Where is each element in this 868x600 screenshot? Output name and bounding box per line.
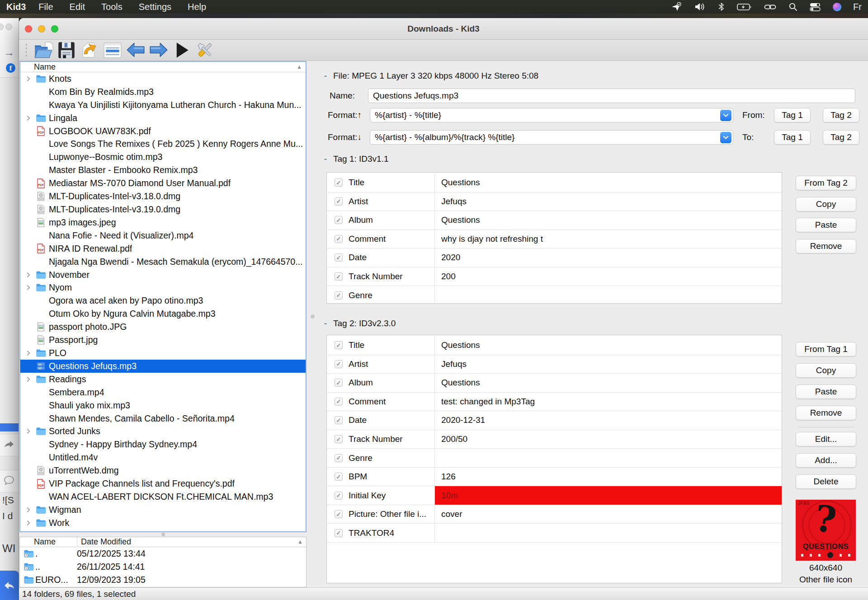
- expand-chevron-icon[interactable]: [24, 285, 33, 291]
- horizontal-splitter[interactable]: [19, 532, 307, 537]
- field-value-cell[interactable]: 200: [435, 267, 782, 286]
- from-tag1-button[interactable]: Tag 1: [774, 108, 811, 122]
- file-list-item[interactable]: Lingala: [20, 112, 306, 125]
- file-section-header[interactable]: - File: MPEG 1 Layer 3 320 kbps 48000 Hz…: [323, 71, 538, 81]
- expand-chevron-icon[interactable]: [24, 272, 33, 278]
- album-art[interactable]: JF&S ? QUESTIONS: [796, 500, 856, 561]
- file-list-item[interactable]: mp3 images.jpeg: [20, 216, 306, 229]
- file-list-item[interactable]: uTorrentWeb.dmg: [20, 464, 306, 477]
- field-value-cell[interactable]: Jefuqs: [435, 192, 782, 211]
- field-value-cell[interactable]: Questions: [435, 336, 782, 355]
- file-list-item[interactable]: PDFNIRA ID Renewal.pdf: [20, 242, 306, 255]
- field-value-cell[interactable]: [435, 524, 782, 542]
- file-list-item[interactable]: Sydney - Happy Birthday Sydney.mp4: [20, 438, 306, 451]
- remove-button[interactable]: Remove: [796, 406, 856, 420]
- sort-asc-icon[interactable]: ▲: [297, 64, 302, 70]
- open-button[interactable]: [32, 40, 55, 60]
- sort-asc-icon[interactable]: ▲: [297, 539, 303, 544]
- expand-chevron-icon[interactable]: [24, 520, 33, 526]
- file-list-item[interactable]: PDFMediastar MS-7070 Diamond User Manual…: [20, 177, 306, 190]
- file-list-item[interactable]: PDFVIP Package Channels list and Frequen…: [20, 477, 306, 490]
- field-checkbox[interactable]: ✓: [335, 416, 343, 424]
- file-list-item[interactable]: Wigman: [20, 503, 306, 516]
- paste-button[interactable]: Paste: [796, 384, 856, 399]
- field-checkbox[interactable]: ✓: [335, 341, 343, 349]
- directory-list-item[interactable]: .05/12/2025 13:44: [20, 547, 306, 560]
- field-checkbox[interactable]: ✓: [335, 398, 343, 406]
- vertical-splitter-handle[interactable]: [311, 314, 315, 319]
- field-value-cell[interactable]: [435, 286, 782, 305]
- expand-chevron-icon[interactable]: [24, 350, 33, 356]
- field-checkbox[interactable]: ✓: [335, 291, 343, 300]
- file-list-item[interactable]: PLO: [20, 347, 306, 360]
- file-list-item[interactable]: Kwaya Ya Uinjilisti Kijitonyama Lutheran…: [20, 98, 306, 112]
- file-list-item[interactable]: Otum Oko by Ngura Calvin Mutagabe.mp3: [20, 307, 306, 320]
- file-list-item[interactable]: Ogora wa acel aken by Papo otino.mp3: [20, 294, 306, 307]
- field-value-cell[interactable]: test: changed in Mp3Tag: [435, 393, 782, 411]
- field-value-cell[interactable]: [435, 449, 782, 467]
- file-list-header[interactable]: Name ▲: [20, 62, 306, 72]
- expand-chevron-icon[interactable]: [24, 115, 33, 121]
- search-icon[interactable]: [788, 2, 797, 11]
- file-list-item[interactable]: Master Blaster - Embooko Remix.mp3: [20, 164, 306, 177]
- copy-button[interactable]: Copy: [796, 197, 856, 211]
- tag2-section-header[interactable]: - Tag 2: ID3v2.3.0: [323, 319, 396, 328]
- file-list-item[interactable]: Knots: [20, 72, 306, 85]
- field-value-cell[interactable]: 2020-12-31: [435, 411, 782, 430]
- add-button[interactable]: Add...: [796, 453, 856, 468]
- menu-app-name[interactable]: Kid3: [6, 2, 26, 12]
- field-checkbox[interactable]: ✓: [335, 510, 343, 518]
- field-checkbox[interactable]: ✓: [335, 253, 343, 262]
- field-checkbox[interactable]: ✓: [335, 379, 343, 387]
- menu-edit[interactable]: Edit: [70, 2, 85, 12]
- field-value-cell[interactable]: 200/50: [435, 430, 782, 449]
- field-checkbox[interactable]: ✓: [335, 492, 343, 500]
- expand-chevron-icon[interactable]: [24, 376, 33, 382]
- volume-icon[interactable]: [694, 2, 706, 12]
- siri-icon[interactable]: [833, 3, 841, 11]
- field-value-cell[interactable]: Jefuqs: [435, 355, 782, 374]
- file-list-item[interactable]: Work: [20, 516, 306, 530]
- battery-icon[interactable]: [737, 3, 752, 11]
- field-checkbox[interactable]: ✓: [335, 235, 343, 243]
- format-down-combobox[interactable]: %{artist} - %{album}/%{track} %{title}: [370, 130, 733, 145]
- to-tag1-button[interactable]: Tag 1: [774, 130, 811, 145]
- field-value-cell[interactable]: 126: [435, 468, 782, 486]
- file-list-item[interactable]: PDFLOGBOOK UAW783K.pdf: [20, 125, 306, 138]
- menu-tools[interactable]: Tools: [101, 2, 123, 12]
- field-value-cell[interactable]: Questions: [435, 211, 782, 230]
- from-tag2-button[interactable]: Tag 2: [823, 108, 859, 122]
- comment-cell[interactable]: [0, 470, 19, 492]
- play-button[interactable]: [170, 40, 193, 60]
- bluetooth-icon[interactable]: [718, 2, 725, 12]
- menu-file[interactable]: File: [38, 2, 53, 12]
- field-checkbox[interactable]: ✓: [335, 216, 343, 224]
- file-list-item[interactable]: Sorted Junks: [20, 425, 306, 438]
- file-list-item[interactable]: MLT-Duplicates-Intel-v3.18.0.dmg: [20, 190, 306, 203]
- field-value-cell[interactable]: 10m: [435, 486, 782, 505]
- file-list-item[interactable]: passport photo.JPG: [20, 320, 306, 333]
- file-list-item[interactable]: Untitled.m4v: [20, 451, 306, 464]
- file-list-item[interactable]: Njagala Nga Bwendi - Mesach Semakula (er…: [20, 255, 306, 268]
- control-center-icon[interactable]: [810, 3, 821, 11]
- toolbar-handle[interactable]: [25, 43, 28, 57]
- combobox-dropdown-button[interactable]: [720, 110, 731, 121]
- file-list-item[interactable]: MLT-Duplicates-Intel-v3.19.0.dmg: [20, 203, 306, 216]
- file-list-item[interactable]: Nana Fofie - Need it (Visualizer).mp4: [20, 229, 306, 242]
- field-value-cell[interactable]: cover: [435, 505, 782, 524]
- save-button[interactable]: [55, 40, 78, 60]
- titlebar[interactable]: Downloads - Kid3: [19, 18, 868, 40]
- file-list-item[interactable]: Shauli yako mix.mp3: [20, 399, 306, 412]
- collapse-indicator[interactable]: -: [323, 319, 328, 328]
- copy-button[interactable]: Copy: [796, 363, 856, 378]
- from-tag-1-button[interactable]: From Tag 1: [796, 342, 856, 356]
- file-list-item[interactable]: V1V2Questions Jefuqs.mp3: [20, 360, 306, 373]
- field-value-cell[interactable]: Questions: [435, 374, 782, 392]
- field-checkbox[interactable]: ✓: [335, 360, 343, 368]
- menubar-clock[interactable]: Fr: [853, 2, 862, 12]
- menu-help[interactable]: Help: [188, 2, 206, 12]
- filename-input[interactable]: [368, 89, 855, 103]
- field-checkbox[interactable]: ✓: [335, 454, 343, 462]
- directory-list-item[interactable]: ..26/11/2025 14:41: [20, 560, 306, 573]
- field-value-cell[interactable]: why is djay not refreshing t: [435, 230, 782, 248]
